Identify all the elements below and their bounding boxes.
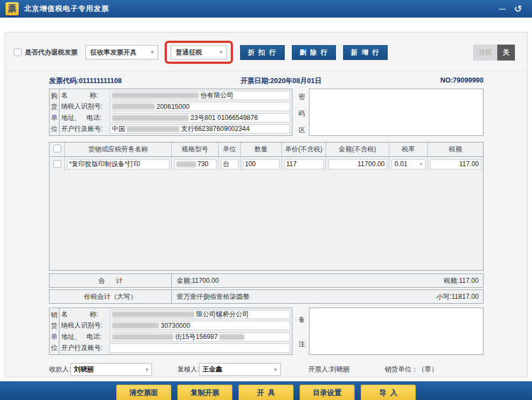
col-price: 单价(不含税) xyxy=(282,143,326,157)
buyer-address-value: 23号801 01066549876 xyxy=(191,113,258,123)
item-unit-field[interactable]: 台 xyxy=(221,159,238,169)
password-side-label: 密码区 xyxy=(297,89,307,138)
chevron-down-icon: ▼ xyxy=(144,367,149,372)
clear-invoice-button[interactable]: 清空票面 xyxy=(116,385,171,400)
reviewer-value: 王金鑫 xyxy=(203,365,222,374)
issue-mode-select[interactable]: 征收率发票开具 ▼ xyxy=(85,45,158,59)
grand-total-row: 价税合计（大写） 壹万壹仟捌佰壹拾柒圆整 小写:11817.00 xyxy=(49,289,484,304)
buyer-bank-value: 支行662387609002344 xyxy=(181,124,249,134)
item-amount-field[interactable]: 11700.00 xyxy=(328,159,387,169)
seller-seal-text: 销货单位：（章） xyxy=(385,365,438,374)
item-spec-value: 730 xyxy=(198,160,209,168)
tax-mode-select[interactable]: 普通征税 ▼ xyxy=(171,45,227,59)
item-qty-field[interactable]: 100 xyxy=(243,159,280,169)
issuer-text: 开票人:刘晓丽 xyxy=(308,365,350,374)
invoice-panel: 是否代办退税发票 征收率发票开具 ▼ 普通征税 ▼ 折 扣 行 删 除 行 新 … xyxy=(4,32,528,377)
grand-total-label: 价税合计（大写） xyxy=(50,290,172,303)
delete-row-button[interactable]: 删 除 行 xyxy=(292,45,336,60)
invoice-number: NO:79099990 xyxy=(440,76,484,86)
seller-side-label: 销货单位 xyxy=(50,308,59,354)
seller-name-field[interactable]: 限公司螺桥分公司 xyxy=(110,310,290,319)
item-tax-field[interactable]: 117.00 xyxy=(430,159,481,169)
tax-included-toggle: 含税 关 xyxy=(473,45,515,61)
redacted-text xyxy=(127,126,180,132)
chevron-down-icon: ▼ xyxy=(219,50,224,55)
buyer-address-label: 地址、 电话: xyxy=(61,113,110,123)
item-name-value: *复印胶版印制设备*打印 xyxy=(69,160,140,169)
totals-tax: 税额:117.00 xyxy=(444,274,483,287)
tax-off-button[interactable]: 关 xyxy=(497,45,515,61)
tax-mode-value: 普通征税 xyxy=(176,48,202,57)
col-qty: 数量 xyxy=(241,143,282,157)
item-name-field[interactable]: *复印胶版印制设备*打印 xyxy=(67,159,170,169)
seller-name-label: 名 称: xyxy=(61,310,110,319)
totals-amount: 金额:11700.00 xyxy=(172,274,444,287)
password-area[interactable] xyxy=(309,89,484,136)
redacted-text xyxy=(112,115,189,121)
items-empty-area xyxy=(50,171,483,270)
items-table-header: 货物或应税劳务名称 规格型号 单位 数量 单价(不含税) 金额(不含税) 税率 … xyxy=(50,143,483,157)
highlight-red-box: 普通征税 ▼ xyxy=(165,41,233,64)
seller-name-value: 限公司螺桥分公司 xyxy=(196,310,249,319)
buyer-name-value: 份有限公司 xyxy=(200,91,234,100)
redacted-text xyxy=(219,334,245,340)
invoice-date: 开票日期:2020年08月01日 xyxy=(241,76,322,86)
grand-total-numeric: 小写:11817.00 xyxy=(437,290,484,303)
item-spec-field[interactable]: 730 xyxy=(174,159,216,169)
back-icon[interactable]: ↺ xyxy=(514,4,522,14)
seller-bank-field[interactable] xyxy=(110,343,290,353)
totals-label: 合 计 xyxy=(50,274,172,287)
col-unit: 单位 xyxy=(219,143,241,157)
bottom-action-bar: 清空票面 复制开票 开 具 目录设置 导 入 xyxy=(0,381,532,400)
buyer-tax-id-value: 200615000 xyxy=(156,103,189,111)
remark-area[interactable] xyxy=(309,308,484,355)
directory-settings-button[interactable]: 目录设置 xyxy=(300,385,355,400)
seller-bank-label: 开户行及账号: xyxy=(61,343,110,353)
app-logo-icon: 票 xyxy=(6,2,19,15)
tax-included-label[interactable]: 含税 xyxy=(473,45,497,61)
col-amount: 金额(不含税) xyxy=(326,143,389,157)
main-area: 是否代办退税发票 征收率发票开具 ▼ 普通征税 ▼ 折 扣 行 删 除 行 新 … xyxy=(0,18,532,377)
invoice-form: 发票代码:011111111108 开票日期:2020年08月01日 NO:79… xyxy=(49,76,484,376)
buyer-box: 购货单位 名 称: 份有限公司 纳税人识别号: xyxy=(49,89,292,136)
seller-tax-id-label: 纳税人识别号: xyxy=(61,321,110,330)
item-price-field[interactable]: 117 xyxy=(284,159,324,169)
signer-row: 收款人: 刘晓丽 ▼ 复核人: 王金鑫 ▼ 开票人:刘晓丽 销货单位：（章） xyxy=(49,363,484,376)
item-row: *复印胶版印制设备*打印 730 台 100 117 11700.00 xyxy=(50,157,483,171)
copy-invoice-button[interactable]: 复制开票 xyxy=(177,385,232,400)
seller-tax-id-field[interactable]: 30730000 xyxy=(110,321,290,330)
remark-side-label: 备注 xyxy=(297,308,307,356)
seller-address-field[interactable]: 街15号156987 xyxy=(110,332,290,342)
buyer-tax-id-field[interactable]: 200615000 xyxy=(110,102,290,111)
issue-button[interactable]: 开 具 xyxy=(238,385,294,400)
app-window: 票 北京增值税电子专用发票 ─ ↺ 是否代办退税发票 征收率发票开具 ▼ 普通征… xyxy=(0,0,532,400)
totals-row: 合 计 金额:11700.00 税额:117.00 xyxy=(49,273,484,288)
redacted-text xyxy=(112,92,199,98)
seller-section: 销货单位 名 称: 限公司螺桥分公司 纳税人识别号: xyxy=(49,308,484,356)
reviewer-select[interactable]: 王金鑫 ▼ xyxy=(199,363,281,376)
import-button[interactable]: 导 入 xyxy=(361,385,416,400)
redacted-text xyxy=(176,161,196,167)
chevron-down-icon: ▼ xyxy=(419,162,424,167)
chevron-down-icon: ▼ xyxy=(150,50,155,55)
redacted-text xyxy=(112,322,159,328)
buyer-bank-prefix: 中国 xyxy=(112,124,125,134)
toolbar: 是否代办退税发票 征收率发票开具 ▼ 普通征税 ▼ 折 扣 行 删 除 行 新 … xyxy=(5,32,527,72)
buyer-section: 购货单位 名 称: 份有限公司 纳税人识别号: xyxy=(49,89,484,138)
row-checkbox[interactable] xyxy=(53,160,61,168)
payee-select[interactable]: 刘晓丽 ▼ xyxy=(70,363,152,376)
item-rate-select[interactable]: 0.01 ▼ xyxy=(392,159,426,169)
refund-checkbox[interactable] xyxy=(14,48,21,56)
minimize-button[interactable]: ─ xyxy=(499,4,506,14)
buyer-name-field[interactable]: 份有限公司 xyxy=(110,91,290,100)
grand-total-words: 壹万壹仟捌佰壹拾柒圆整 xyxy=(172,290,437,303)
window-title: 北京增值税电子专用发票 xyxy=(24,4,109,14)
select-all-checkbox[interactable] xyxy=(53,145,61,152)
redacted-text xyxy=(112,334,173,340)
buyer-bank-field[interactable]: 中国 支行662387609002344 xyxy=(110,124,290,134)
buyer-address-field[interactable]: 23号801 01066549876 xyxy=(110,113,290,123)
payee-label: 收款人: xyxy=(49,365,70,374)
discount-row-button[interactable]: 折 扣 行 xyxy=(240,45,285,60)
add-row-button[interactable]: 新 增 行 xyxy=(343,45,388,60)
col-tax: 税额 xyxy=(428,143,483,157)
